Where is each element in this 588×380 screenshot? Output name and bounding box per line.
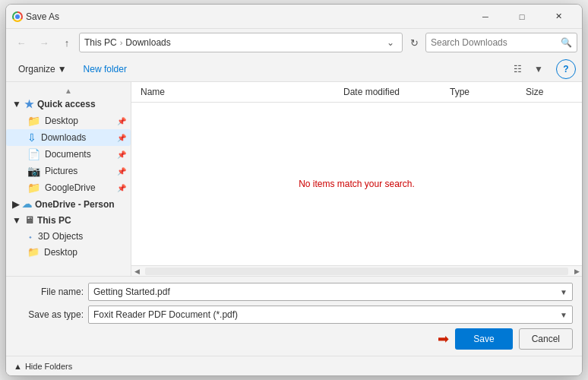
address-dropdown-button[interactable]: ⌄ [384,34,397,51]
pic-folder-icon: 📷 [27,165,40,177]
sidebar-item-label: Desktop [45,116,78,126]
view-controls: ☷ ▼ [507,60,548,78]
3d-icon: ⬩ [27,230,33,242]
maximize-button[interactable]: □ [504,5,539,28]
save-as-dialog: Save As ─ □ ✕ ← → ↑ This PC › Downloads … [5,4,583,376]
up-button[interactable]: ↑ [56,32,77,53]
sidebar-item-desktop2[interactable]: 📁 Desktop [6,244,131,260]
pin-icon: 📌 [117,117,126,125]
window-controls: ─ □ ✕ [468,5,576,28]
filename-label: File name: [15,287,84,297]
sidebar-item-label: Pictures [45,166,77,176]
thispc-chevron: ▼ [12,215,21,226]
forward-button[interactable]: → [33,32,55,53]
sidebar-item-label: 3D Objects [38,231,83,242]
scroll-left-button[interactable]: ◀ [131,266,142,277]
col-date[interactable]: Date modified [340,85,447,99]
title-bar: Save As ─ □ ✕ [6,5,582,29]
quick-access-chevron: ▼ [12,99,21,109]
filename-row: File name: Getting Started.pdf ▼ [15,283,573,301]
footer-buttons: ➡ Save Cancel [15,328,573,350]
footer: File name: Getting Started.pdf ▼ Save as… [6,276,582,356]
download-folder-icon: ⇩ [27,131,36,144]
sidebar-item-desktop[interactable]: 📁 Desktop 📌 [6,112,131,129]
pin-icon: 📌 [117,134,126,142]
onedrive-chevron: ▶ [12,199,19,210]
cloud-icon: ☁ [22,198,32,210]
thispc-label: This PC [37,215,71,226]
folder-icon: 📁 [27,115,40,127]
hide-folders-button[interactable]: ▲ Hide Folders [14,362,72,371]
onedrive-section: ▶ ☁ OneDrive - Person [6,196,131,212]
breadcrumb-separator: › [120,38,123,47]
quick-access-label: Quick access [37,99,96,109]
savetype-dropdown-arrow: ▼ [560,311,567,319]
pin-icon: 📌 [117,167,126,176]
onedrive-label: OneDrive - Person [35,199,115,210]
scroll-right-button[interactable]: ▶ [571,266,582,277]
thispc-header[interactable]: ▼ 🖥 This PC [6,212,131,228]
onedrive-header[interactable]: ▶ ☁ OneDrive - Person [6,196,131,212]
sidebar-item-pictures[interactable]: 📷 Pictures 📌 [6,163,131,179]
quick-access-header[interactable]: ▼ ★ Quick access [6,96,131,112]
thispc-section: ▼ 🖥 This PC ⬩ 3D Objects 📁 Desktop [6,212,131,260]
breadcrumb-folder: Downloads [125,37,170,48]
pin-icon: 📌 [117,150,126,159]
refresh-button[interactable]: ↻ [404,33,424,52]
sidebar-item-documents[interactable]: 📄 Documents 📌 [6,146,131,163]
sidebar-scroll-up[interactable]: ▲ [6,85,131,96]
hide-folders-label: Hide Folders [25,362,72,371]
col-name[interactable]: Name [138,85,340,99]
file-column-headers: Name Date modified Type Size [131,82,582,103]
horizontal-scrollbar-area: ◀ ▶ [131,265,582,276]
breadcrumb: This PC › Downloads [84,37,171,48]
savetype-label: Save as type: [15,309,84,320]
organize-button[interactable]: Organize ▼ [12,60,73,78]
main-content: ▲ ▼ ★ Quick access 📁 Desktop 📌 ⇩ Downloa… [6,82,582,276]
search-icon[interactable]: 🔍 [561,37,572,48]
address-bar[interactable]: This PC › Downloads ⌄ [79,33,403,52]
savetype-row: Save as type: Foxit Reader PDF Document … [15,306,573,324]
computer-icon: 🖥 [24,214,34,226]
quick-access-section: ▼ ★ Quick access 📁 Desktop 📌 ⇩ Downloads… [6,96,131,196]
sidebar-item-3dobjects[interactable]: ⬩ 3D Objects [6,228,131,244]
savetype-value: Foxit Reader PDF Document (*.pdf) [93,309,238,320]
filename-dropdown-arrow: ▼ [560,288,567,296]
file-list-empty: No items match your search. [131,103,582,265]
sidebar-item-label: Documents [45,149,91,160]
action-bar: Organize ▼ New folder ☷ ▼ ? [6,56,582,82]
app-icon [12,11,23,22]
search-bar[interactable]: 🔍 [425,33,577,52]
view-dropdown-button[interactable]: ▼ [529,60,548,78]
file-area: Name Date modified Type Size No items ma… [131,82,582,276]
hide-folders-chevron: ▲ [14,362,22,371]
sidebar-item-label: Desktop [44,247,77,258]
back-button[interactable]: ← [11,32,32,53]
minimize-button[interactable]: ─ [468,5,503,28]
sidebar-item-downloads[interactable]: ⇩ Downloads 📌 [6,129,131,146]
breadcrumb-thispc: This PC [84,37,117,48]
search-input[interactable] [431,37,558,48]
doc-folder-icon: 📄 [27,148,40,160]
savetype-input[interactable]: Foxit Reader PDF Document (*.pdf) ▼ [88,306,573,324]
new-folder-button[interactable]: New folder [77,60,133,78]
col-size[interactable]: Size [523,85,576,99]
save-button[interactable]: ➡ Save [455,328,512,350]
sidebar-item-label: Downloads [41,132,86,143]
col-type[interactable]: Type [447,85,523,99]
sidebar-item-googledrive[interactable]: 📁 GoogleDrive 📌 [6,179,131,196]
dialog-title: Save As [26,11,468,22]
hide-folders-bar: ▲ Hide Folders [6,356,582,375]
horizontal-scrollbar[interactable] [145,268,568,275]
close-button[interactable]: ✕ [541,5,576,28]
quick-access-star-icon: ★ [24,98,34,110]
pin-icon: 📌 [117,184,126,192]
view-mode-button[interactable]: ☷ [507,60,527,78]
save-arrow-indicator: ➡ [438,331,449,347]
help-button[interactable]: ? [556,59,576,79]
desktop-icon: 📁 [27,246,40,258]
empty-message: No items match your search. [299,179,415,189]
cancel-button[interactable]: Cancel [519,328,573,350]
sidebar-item-label: GoogleDrive [45,182,96,193]
filename-input[interactable]: Getting Started.pdf ▼ [88,283,573,301]
